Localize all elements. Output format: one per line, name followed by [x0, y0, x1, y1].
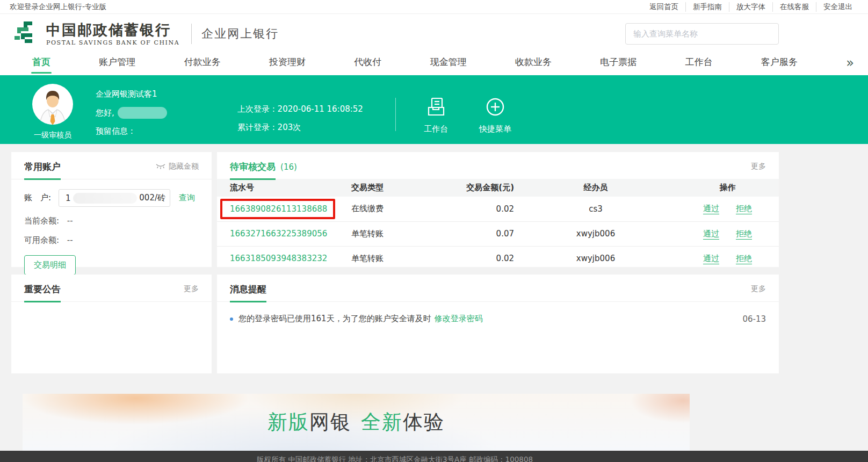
promo-banner: 新版网银全新体验 [23, 394, 690, 451]
total-login-text: 累计登录 : 203次 [237, 122, 395, 133]
utility-links: 返回首页 新手指南 放大字体 在线客服 安全退出 [642, 2, 859, 12]
pending-panel-title: 待审核交易 [230, 161, 276, 180]
account-select[interactable]: 1 002/砖 [59, 189, 170, 207]
transaction-amount: 0.07 [453, 221, 515, 246]
nav-tab-home[interactable]: 首页 [32, 56, 50, 74]
login-info: 上次登录 : 2020-06-11 16:08:52 累计登录 : 203次 [237, 104, 395, 133]
main-nav: 首页 账户管理 付款业务 投资理财 代收付 现金管理 收款业务 电子票据 工作台… [0, 54, 868, 75]
hide-amount-label: 隐藏金额 [169, 162, 199, 171]
transaction-amount: 0.02 [453, 197, 515, 221]
footer: 版权所有 中国邮政储蓄银行 地址：北京市西城区金融大街3号A座 邮政编码：100… [0, 451, 868, 462]
message-text: 您的登录密码已使用161天，为了您的账户安全请及时 [238, 314, 431, 324]
nav-tab-e-bills[interactable]: 电子票据 [600, 56, 636, 74]
serial-link[interactable]: 1663185093948383232 [230, 254, 327, 263]
current-balance-label: 当前余额: [24, 216, 59, 226]
copyright-text: 版权所有 中国邮政储蓄银行 地址：北京市西城区金融大街3号A座 邮政编码：100… [257, 455, 533, 462]
table-row: 1663271663225389056 单笔转账 0.07 xwyjb006 通… [217, 221, 779, 246]
link-safe-logout[interactable]: 安全退出 [816, 2, 859, 12]
notice-more-link[interactable]: 更多 [184, 284, 199, 294]
link-enlarge-font[interactable]: 放大字体 [729, 2, 772, 12]
message-more-link[interactable]: 更多 [751, 284, 766, 294]
header-divider [191, 24, 192, 44]
query-link[interactable]: 查询 [179, 193, 195, 203]
quick-menu-label: 快捷菜单 [479, 124, 511, 134]
nav-tab-customer-service[interactable]: 客户服务 [761, 56, 798, 74]
nav-tab-account-management[interactable]: 账户管理 [99, 56, 135, 74]
col-header-amount: 交易金额(元) [453, 179, 515, 197]
promo-part4: 体验 [403, 410, 445, 434]
pending-transactions-panel: 待审核交易 (16) 更多 流水号 交易类型 交易金额(元) 经办员 操作 [217, 152, 779, 267]
message-reminder-panel: 消息提醒 更多 您的登录密码已使用161天，为了您的账户安全请及时 修改登录密码… [217, 275, 779, 373]
menu-search-input[interactable] [625, 23, 779, 45]
bank-name-en: POSTAL SAVINGS BANK OF CHINA [46, 39, 179, 46]
product-name: 企业网上银行 [201, 26, 279, 42]
bank-logo: 中国邮政储蓄银行 POSTAL SAVINGS BANK OF CHINA [13, 20, 179, 47]
plus-circle-icon [485, 109, 505, 119]
workbench-label: 工作台 [424, 124, 448, 134]
nav-more-chevron-icon[interactable]: » [846, 57, 854, 71]
pending-count: (16) [280, 162, 297, 172]
col-header-serial: 流水号 [217, 179, 351, 197]
reject-link[interactable]: 拒绝 [736, 254, 752, 264]
promo-part1: 新版 [267, 410, 309, 434]
nav-tab-receivables[interactable]: 收款业务 [515, 56, 552, 74]
top-utility-bar: 欢迎登录企业网上银行-专业版 返回首页 新手指南 放大字体 在线客服 安全退出 [0, 0, 868, 14]
bank-name-cn: 中国邮政储蓄银行 [46, 22, 179, 38]
pending-more-link[interactable]: 更多 [751, 162, 766, 171]
promo-slogan: 新版网银全新体验 [267, 409, 445, 436]
link-online-service[interactable]: 在线客服 [772, 2, 816, 12]
bank-name-block: 中国邮政储蓄银行 POSTAL SAVINGS BANK OF CHINA [46, 22, 179, 46]
approve-link[interactable]: 通过 [703, 229, 719, 240]
hide-amount-toggle[interactable]: 隐藏金额 [155, 162, 199, 171]
reserved-info-label: 预留信息 : [96, 126, 237, 136]
table-row: 1663185093948383232 单笔转账 0.02 xwyjb006 通… [217, 246, 779, 271]
bullet-dot-icon [230, 317, 233, 321]
user-banner: 一级审核员 企业网银测试客1 您好, 预留信息 : 上次登录 : 2020-06… [0, 75, 868, 144]
avatar-block: 一级审核员 [28, 84, 77, 140]
approve-link[interactable]: 通过 [703, 204, 719, 214]
reject-link[interactable]: 拒绝 [736, 204, 752, 214]
transaction-type: 在线缴费 [351, 197, 453, 221]
change-password-link[interactable]: 修改登录密码 [435, 314, 483, 324]
account-label: 账 户: [24, 193, 59, 203]
transaction-operator: cs3 [515, 197, 676, 221]
nav-tab-collection-payment[interactable]: 代收付 [354, 56, 381, 74]
account-value-suffix: 002/砖 [139, 193, 165, 203]
pending-transactions-table: 流水号 交易类型 交易金额(元) 经办员 操作 1663890826113138… [217, 179, 779, 271]
nav-tab-payment[interactable]: 付款业务 [184, 56, 221, 74]
promo-part2: 网银 [309, 410, 351, 434]
message-item: 您的登录密码已使用161天，为了您的账户安全请及时 修改登录密码 06-13 [230, 314, 766, 324]
transaction-type: 单笔转账 [351, 246, 453, 271]
user-info: 企业网银测试客1 您好, 预留信息 : [96, 89, 237, 136]
frequent-accounts-panel: 常用账户 隐藏金额 [11, 152, 212, 267]
available-balance-value: -- [67, 235, 73, 245]
approve-link[interactable]: 通过 [703, 254, 719, 264]
quick-menu-shortcut[interactable]: 快捷菜单 [479, 97, 511, 134]
serial-link[interactable]: 1663890826113138688 [230, 204, 327, 214]
user-role-label: 一级审核员 [28, 131, 77, 140]
table-row: 1663890826113138688 在线缴费 0.02 cs3 通过 拒绝 [217, 197, 779, 221]
content-area: 常用账户 隐藏金额 [0, 144, 868, 451]
transaction-operator: xwyjb006 [515, 246, 676, 271]
nav-tab-cash-management[interactable]: 现金管理 [430, 56, 467, 74]
nav-tab-workbench[interactable]: 工作台 [685, 56, 713, 74]
available-balance-label: 可用余额: [24, 235, 59, 245]
link-beginner-guide[interactable]: 新手指南 [685, 2, 729, 12]
link-return-home[interactable]: 返回首页 [642, 2, 685, 12]
serial-link[interactable]: 1663271663225389056 [230, 229, 327, 239]
account-value-prefix: 1 [66, 193, 71, 203]
nav-tab-investment[interactable]: 投资理财 [269, 56, 306, 74]
col-header-type: 交易类型 [351, 179, 453, 197]
masked-user-name [118, 107, 167, 119]
welcome-text: 欢迎登录企业网上银行-专业版 [10, 2, 106, 12]
important-notice-panel: 重要公告 更多 [11, 275, 212, 373]
greeting-text: 您好, [96, 108, 114, 118]
transaction-detail-button[interactable]: 交易明细 [24, 255, 76, 275]
workbench-shortcut[interactable]: 工作台 [424, 97, 448, 134]
transaction-amount: 0.02 [453, 246, 515, 271]
company-name: 企业网银测试客1 [96, 89, 237, 99]
notice-panel-title: 重要公告 [24, 283, 61, 302]
eye-closed-icon [155, 162, 166, 171]
reject-link[interactable]: 拒绝 [736, 229, 752, 240]
message-panel-title: 消息提醒 [230, 283, 266, 302]
